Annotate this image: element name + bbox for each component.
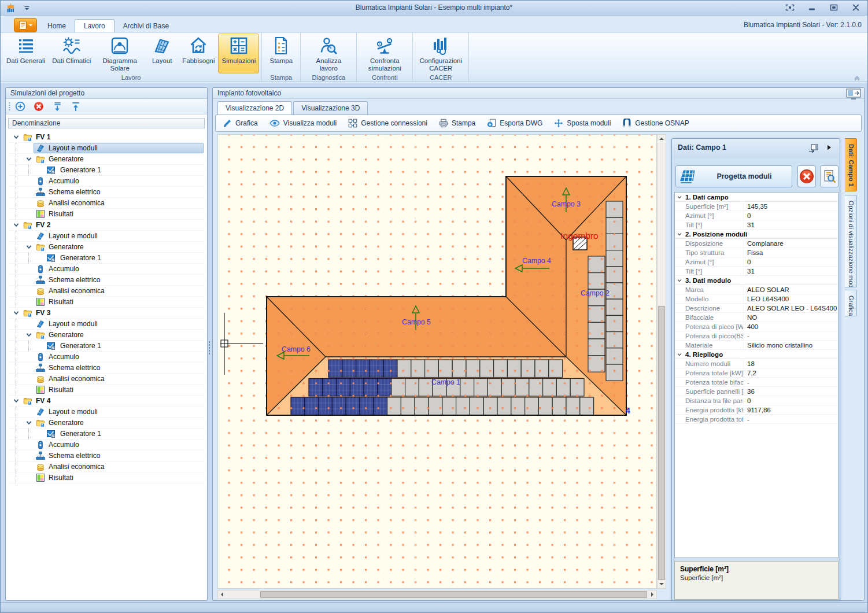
- tree-item-layout-e-moduli[interactable]: Layout e moduli: [8, 231, 205, 242]
- tree-item-fv-4[interactable]: FV 4: [8, 396, 205, 407]
- property-row-tipo-struttura[interactable]: Tipo strutturaFissa: [675, 248, 838, 257]
- application-menu-button[interactable]: [14, 18, 37, 32]
- property-row-disposizione[interactable]: DisposizioneComplanare: [675, 239, 838, 248]
- property-category-4-riepilogo[interactable]: 4. Riepilogo: [675, 350, 838, 359]
- property-value[interactable]: LEO L64S400: [743, 296, 838, 302]
- property-row-materiale[interactable]: MaterialeSilicio mono cristallino: [675, 341, 838, 350]
- analizza-lavoro-button[interactable]: Analizza lavoro: [303, 34, 354, 73]
- tree-item-schema-elettrico[interactable]: Schema elettrico: [8, 187, 205, 198]
- property-value[interactable]: Complanare: [743, 240, 838, 247]
- horizontal-scroll-thumb[interactable]: [260, 591, 647, 598]
- property-row-superficie-pannelli-m[interactable]: Superficie pannelli [m²]36: [675, 387, 838, 396]
- property-category-2-posizione-moduli[interactable]: 2. Posizione moduli: [675, 230, 838, 239]
- restore-button[interactable]: [827, 3, 841, 12]
- property-value[interactable]: 400: [743, 323, 838, 330]
- chevron-down-icon[interactable]: [677, 232, 682, 237]
- panel-splitter[interactable]: [208, 341, 210, 354]
- fullscreen-button[interactable]: [783, 3, 797, 12]
- tree-item-accumulo[interactable]: Accumulo: [8, 176, 205, 187]
- tree-item-risultati[interactable]: Risultati: [8, 209, 205, 220]
- visualizza-moduli-button[interactable]: Visualizza moduli: [269, 119, 337, 127]
- close-button[interactable]: [849, 3, 863, 12]
- property-category-3-dati-modulo[interactable]: 3. Dati modulo: [675, 276, 838, 285]
- tree-item-generatore[interactable]: Generatore: [8, 242, 205, 253]
- tab-visualizzazione-3d[interactable]: Visualizzazione 3D: [293, 101, 368, 115]
- tree-item-schema-elettrico[interactable]: Schema elettrico: [8, 275, 205, 286]
- property-value[interactable]: ALEO SOLAR LEO - L64S400: [743, 305, 838, 312]
- panel-arrow-icon[interactable]: [827, 145, 832, 150]
- property-value[interactable]: 7,2: [743, 370, 838, 376]
- tree-item-generatore-1[interactable]: Generatore 1: [8, 429, 205, 440]
- property-row-azimut[interactable]: Azimut [°]0: [675, 211, 838, 220]
- property-value[interactable]: 36: [743, 388, 838, 395]
- property-row-potenza-di-picco-w[interactable]: Potenza di picco [W]400: [675, 322, 838, 331]
- tree-item-risultati[interactable]: Risultati: [8, 472, 205, 483]
- layout-button[interactable]: Layout: [145, 34, 179, 73]
- ribbon-tab-home[interactable]: Home: [39, 20, 75, 32]
- property-row-descrizione[interactable]: DescrizioneALEO SOLAR LEO - L64S400: [675, 304, 838, 313]
- expand-all-button[interactable]: [52, 101, 62, 112]
- chevron-down-icon[interactable]: [13, 309, 20, 316]
- property-value[interactable]: 0: [743, 397, 838, 404]
- property-row-potenza-totale-bifaccial[interactable]: Potenza totale bifaccial-: [675, 378, 838, 387]
- property-row-azimut[interactable]: Azimut [°]0: [675, 257, 838, 267]
- horizontal-scrollbar[interactable]: [217, 590, 657, 599]
- design-modules-button[interactable]: Progetta moduli: [675, 165, 792, 187]
- property-value[interactable]: 31: [743, 221, 838, 228]
- simulazioni-button[interactable]: Simulazioni: [218, 34, 259, 73]
- esporta-dwg-button[interactable]: Esporta DWG: [487, 119, 542, 128]
- scroll-up-icon[interactable]: [658, 135, 666, 143]
- chevron-down-icon[interactable]: [677, 278, 682, 283]
- tree-item-risultati[interactable]: Risultati: [8, 297, 205, 308]
- gestione-connessioni-button[interactable]: Gestione connessioni: [348, 119, 427, 128]
- dati-climatici-button[interactable]: Dati Climatici: [49, 34, 94, 73]
- property-row-tilt[interactable]: Tilt [°]31: [675, 267, 838, 276]
- ribbon-tab-archivi-di-base[interactable]: Archivi di Base: [114, 20, 178, 32]
- property-value[interactable]: 18: [743, 360, 838, 367]
- property-row-potenza-totale-kw[interactable]: Potenza totale [kW]7,2: [675, 368, 838, 378]
- property-value[interactable]: ALEO SOLAR: [743, 286, 838, 293]
- collapse-ribbon-icon[interactable]: [854, 74, 860, 81]
- confronta-simulazioni-button[interactable]: A0Confronta simulazioni: [359, 34, 410, 73]
- property-row-distanza-tra-file-parallele[interactable]: Distanza tra file parallele0: [675, 396, 838, 405]
- chevron-down-icon[interactable]: [25, 331, 32, 338]
- dati-generali-button[interactable]: Dati Generali: [3, 34, 49, 73]
- property-value[interactable]: Silicio mono cristallino: [743, 342, 838, 349]
- tree-item-layout-e-moduli[interactable]: Layout e moduli: [8, 143, 205, 154]
- add-simulation-button[interactable]: [15, 101, 25, 112]
- tree-item-layout-e-moduli[interactable]: Layout e moduli: [8, 319, 205, 330]
- tree-item-generatore[interactable]: Generatore: [8, 330, 205, 341]
- tree-item-schema-elettrico[interactable]: Schema elettrico: [8, 450, 205, 461]
- property-row-energia-prodotta-totale[interactable]: Energia prodotta totale-: [675, 415, 838, 424]
- dock-pin-icon[interactable]: [808, 143, 819, 153]
- drawing-canvas[interactable]: Campo 3Campo 4Campo 2Campo 5Campo 6Campo…: [217, 134, 657, 589]
- sposta-moduli-button[interactable]: Sposta moduli: [554, 119, 611, 128]
- configurazioni-cacer-button[interactable]: Configurazioni CACER: [415, 34, 466, 73]
- property-row-bifacciale[interactable]: BifaccialeNO: [675, 313, 838, 322]
- tree-item-generatore-1[interactable]: Generatore 1: [8, 165, 205, 176]
- delete-field-button[interactable]: [797, 165, 816, 187]
- tree-item-schema-elettrico[interactable]: Schema elettrico: [8, 363, 205, 374]
- property-value[interactable]: Fissa: [743, 249, 838, 256]
- tree-item-generatore-1[interactable]: Generatore 1: [8, 253, 205, 264]
- tree-item-analisi-economica[interactable]: Analisi economica: [8, 198, 205, 209]
- tree-item-accumulo[interactable]: Accumulo: [8, 264, 205, 275]
- property-value[interactable]: 9117,86: [743, 407, 838, 413]
- gestione-osnap-button[interactable]: Gestione OSNAP: [622, 119, 689, 128]
- tab-visualizzazione-2d[interactable]: Visualizzazione 2D: [217, 101, 292, 115]
- chevron-down-icon[interactable]: [25, 419, 32, 426]
- property-row-energia-prodotta-kwh[interactable]: Energia prodotta [kWh]9117,86: [675, 405, 838, 415]
- property-value[interactable]: -: [743, 416, 838, 423]
- tree-item-accumulo[interactable]: Accumulo: [8, 352, 205, 363]
- property-value[interactable]: 31: [743, 268, 838, 275]
- chevron-down-icon[interactable]: [13, 221, 20, 228]
- tree-item-risultati[interactable]: Risultati: [8, 385, 205, 396]
- tree-item-fv-2[interactable]: FV 2: [8, 220, 205, 231]
- side-tab-grafica[interactable]: Grafica: [845, 290, 857, 316]
- stampa-button[interactable]: Stampa: [439, 119, 475, 128]
- side-tab-dati-campo-1[interactable]: Dati: Campo 1: [845, 138, 857, 191]
- chevron-down-icon[interactable]: [13, 397, 20, 404]
- chevron-down-icon[interactable]: [25, 156, 32, 163]
- tree-item-fv-3[interactable]: FV 3: [8, 308, 205, 319]
- property-value[interactable]: -: [743, 333, 838, 339]
